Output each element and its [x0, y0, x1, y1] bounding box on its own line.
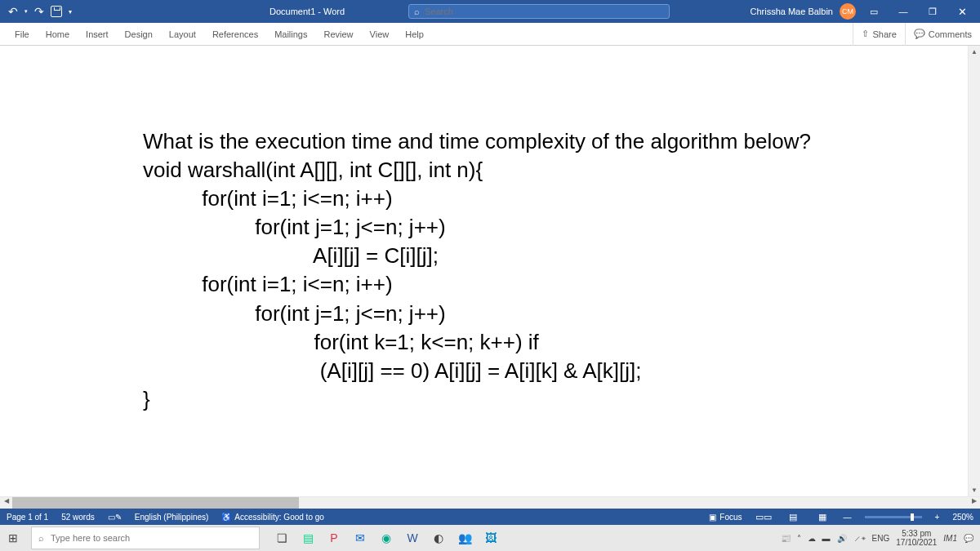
start-button[interactable]: ⊞ — [0, 525, 26, 551]
undo-button[interactable]: ↶ — [8, 5, 18, 18]
onedrive-icon[interactable]: ☁ — [808, 534, 816, 543]
taskbar-search[interactable]: ⌕ Type here to search — [31, 527, 260, 549]
chrome-icon[interactable]: ◐ — [426, 527, 451, 549]
edge-icon[interactable]: ◉ — [374, 527, 399, 549]
doc-line: for(int j=1; j<=n; j++) — [143, 300, 833, 328]
document-canvas[interactable]: What is the execution time and time comp… — [0, 46, 968, 496]
focus-icon: ▣ — [709, 513, 716, 522]
tab-view[interactable]: View — [362, 23, 398, 45]
notifications-icon[interactable]: 💬 — [964, 534, 973, 543]
word-icon[interactable]: W — [400, 527, 425, 549]
doc-line: void warshall(int A[][], int C[][], int … — [143, 156, 833, 184]
scroll-up-button[interactable]: ▲ — [969, 46, 980, 58]
search-input[interactable] — [425, 7, 664, 16]
search-icon: ⌕ — [414, 7, 420, 16]
clock[interactable]: 5:33 pm 17/10/2021 — [896, 529, 937, 547]
tab-layout[interactable]: Layout — [161, 23, 204, 45]
focus-mode-button[interactable]: ▣ Focus — [709, 513, 742, 522]
status-bar: Page 1 of 1 52 words ▭✎ English (Philipp… — [0, 509, 980, 525]
close-button[interactable]: ✕ — [951, 0, 973, 23]
share-button[interactable]: ⇧ Share — [853, 23, 904, 46]
print-layout-button[interactable]: ▤ — [785, 509, 801, 524]
scroll-down-button[interactable]: ▼ — [969, 484, 980, 496]
wifi-icon[interactable]: ⟋◈ — [853, 534, 866, 543]
spell-check-icon[interactable]: ▭✎ — [108, 513, 122, 522]
teams-icon[interactable]: 👥 — [452, 527, 477, 549]
tab-review[interactable]: Review — [316, 23, 362, 45]
photos-icon[interactable]: 🖼 — [479, 527, 503, 549]
zoom-slider[interactable] — [865, 516, 922, 518]
share-icon: ⇧ — [862, 29, 869, 39]
comments-label: Comments — [929, 29, 972, 39]
accessibility-status[interactable]: ♿ Accessibility: Good to go — [221, 513, 324, 522]
accessibility-label: Accessibility: Good to go — [234, 513, 324, 522]
ribbon: File Home Insert Design Layout Reference… — [0, 23, 980, 46]
save-button[interactable] — [51, 6, 62, 17]
quick-access-toolbar: ↶ ▾ ↷ ▾ — [0, 5, 72, 18]
qat-customize[interactable]: ▾ — [69, 8, 72, 16]
avatar[interactable]: CM — [840, 3, 856, 20]
battery-icon[interactable]: ▬ — [822, 534, 831, 543]
tab-mailings[interactable]: Mailings — [266, 23, 315, 45]
doc-line: } — [143, 385, 833, 414]
scroll-left-button[interactable]: ◀ — [0, 497, 12, 509]
document-title: Document1 - Word — [270, 7, 345, 16]
hscroll-thumb[interactable] — [12, 497, 299, 509]
web-layout-button[interactable]: ▦ — [814, 509, 831, 524]
mail-icon[interactable]: ✉ — [348, 527, 372, 549]
focus-label: Focus — [719, 513, 742, 522]
tab-help[interactable]: Help — [397, 23, 432, 45]
scroll-right-button[interactable]: ▶ — [968, 497, 980, 509]
zoom-out-button[interactable]: — — [844, 513, 852, 522]
tab-design[interactable]: Design — [117, 23, 161, 45]
read-mode-button[interactable]: ▭▭ — [755, 509, 772, 524]
task-view-icon[interactable]: ❏ — [270, 527, 294, 549]
hscroll-track[interactable] — [12, 497, 968, 509]
tab-references[interactable]: References — [204, 23, 266, 45]
tab-file[interactable]: File — [7, 23, 38, 45]
system-tray: 📰 ˄ ☁ ▬ 🔊 ⟋◈ ENG 5:33 pm 17/10/2021 IM1 … — [781, 529, 973, 547]
redo-button[interactable]: ↷ — [34, 5, 44, 18]
undo-dropdown[interactable]: ▾ — [24, 8, 28, 15]
minimize-button[interactable]: — — [892, 0, 915, 23]
comments-icon: 💬 — [914, 29, 925, 39]
store-icon[interactable]: ▤ — [296, 527, 320, 549]
search-box[interactable]: ⌕ — [408, 4, 670, 19]
user-name-label: Chrissha Mae Balbin — [751, 7, 834, 16]
share-label: Share — [872, 29, 896, 39]
title-bar: ↶ ▾ ↷ ▾ Document1 - Word ⌕ Chrissha Mae … — [0, 0, 980, 23]
page-content: What is the execution time and time comp… — [0, 46, 968, 414]
page-info[interactable]: Page 1 of 1 — [7, 513, 48, 522]
doc-line: for(int k=1; k<=n; k++) if — [143, 328, 833, 357]
document-area: What is the execution time and time comp… — [0, 46, 980, 496]
doc-line: (A[i][j] == 0) A[i][j] = A[i][k] & A[k][… — [143, 357, 833, 385]
ribbon-display-options[interactable]: ▭ — [862, 0, 885, 23]
ime-indicator[interactable]: IM1 — [943, 534, 957, 543]
doc-line: A[i][j] = C[i][j]; — [143, 242, 833, 270]
taskbar-pinned: ❏ ▤ P ✉ ◉ W ◐ 👥 🖼 — [270, 527, 503, 549]
time-label: 5:33 pm — [896, 529, 937, 538]
doc-line: What is the execution time and time comp… — [143, 127, 833, 156]
date-label: 17/10/2021 — [896, 538, 937, 547]
comments-button[interactable]: 💬 Comments — [905, 23, 980, 46]
taskbar-search-placeholder: Type here to search — [51, 533, 130, 543]
doc-line: for(int i=1; i<=n; i++) — [143, 270, 833, 299]
news-icon[interactable]: 📰 — [781, 534, 791, 543]
doc-line: for(int i=1; i<=n; i++) — [143, 184, 833, 213]
language-status[interactable]: English (Philippines) — [135, 513, 209, 522]
zoom-in-button[interactable]: + — [935, 513, 940, 522]
zoom-level[interactable]: 250% — [952, 513, 973, 522]
taskbar: ⊞ ⌕ Type here to search ❏ ▤ P ✉ ◉ W ◐ 👥 … — [0, 525, 980, 551]
doc-line: for(int j=1; j<=n; j++) — [143, 213, 833, 242]
tab-home[interactable]: Home — [38, 23, 78, 45]
language-indicator[interactable]: ENG — [872, 534, 890, 543]
restore-button[interactable]: ❐ — [921, 0, 944, 23]
user-area: Chrissha Mae Balbin CM ▭ — ❐ ✕ — [751, 0, 981, 23]
tab-insert[interactable]: Insert — [78, 23, 117, 45]
tray-chevron-icon[interactable]: ˄ — [797, 534, 801, 543]
word-count[interactable]: 52 words — [61, 513, 95, 522]
powerpoint-icon[interactable]: P — [322, 527, 346, 549]
horizontal-scrollbar[interactable]: ◀ ▶ — [0, 496, 980, 509]
volume-icon[interactable]: 🔊 — [837, 534, 847, 543]
vertical-scrollbar[interactable]: ▲ ▼ — [968, 46, 980, 496]
